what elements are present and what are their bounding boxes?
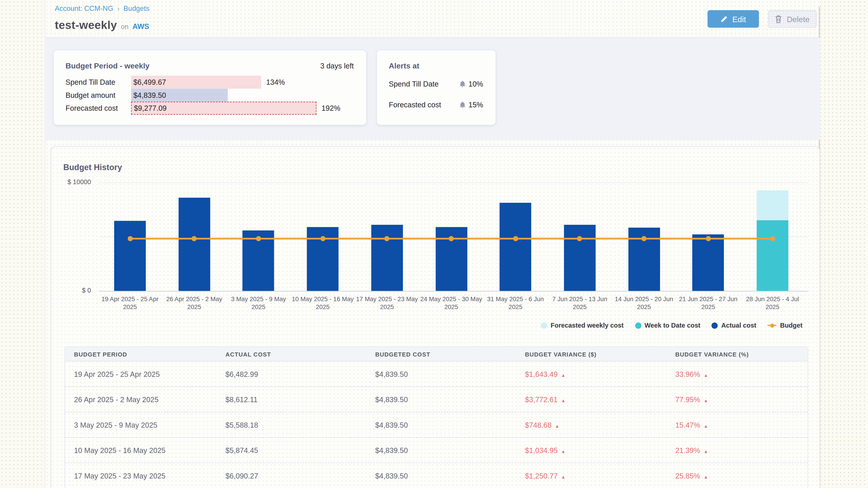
actual-cost-bar[interactable] [500, 202, 531, 291]
table-column-header: BUDGET PERIOD [65, 350, 217, 357]
table-column-header: BUDGET VARIANCE (%) [666, 350, 809, 357]
variance-up-arrow-icon: ▲ [704, 449, 708, 454]
budget-period-row-label: Budget amount [66, 91, 115, 100]
trash-icon [775, 15, 782, 23]
budget-line-point[interactable] [256, 236, 261, 241]
cell-budget-variance-pct: 33.96%▲ [666, 369, 809, 378]
legend-label: Actual cost [721, 322, 756, 329]
actual-cost-bar[interactable] [371, 225, 403, 291]
breadcrumb-budgets-link[interactable]: Budgets [123, 4, 149, 12]
legend-label: Budget [780, 322, 802, 329]
table-column-header: BUDGETED COST [366, 350, 516, 357]
table-header-row: BUDGET PERIODACTUAL COSTBUDGETED COSTBUD… [65, 347, 808, 361]
y-axis-label-zero: $ 0 [56, 287, 91, 294]
budget-period-row-value: $4,839.50 [131, 91, 166, 100]
cell-budget-variance-usd: $3,772.61▲ [516, 395, 666, 404]
x-axis-label: 31 May 2025 - 6 Jun 2025 [482, 295, 549, 311]
title-row: test-weekly on AWS [55, 19, 149, 32]
page: Account: CCM-NG › Budgets test-weekly on… [0, 0, 868, 488]
budget-line-legend-icon [768, 325, 777, 326]
x-axis-label: 7 Jun 2025 - 13 Jun 2025 [546, 295, 613, 311]
budget-line-point[interactable] [449, 236, 454, 241]
y-axis-label-max: $ 10000 [56, 178, 91, 185]
alerts-card: Alerts at Spend Till Date10%Forecasted c… [376, 50, 496, 125]
cell-budgeted-cost: $4,839.50 [366, 472, 516, 480]
budget-period-row-bar: $9,277.09 [131, 102, 316, 115]
alert-row: Forecasted cost15% [389, 101, 483, 109]
table-row: 17 May 2025 - 23 May 2025$6,090.27$4,839… [65, 463, 808, 488]
cell-budget-variance-usd: $1,250.77▲ [516, 472, 666, 480]
x-axis-line [99, 291, 808, 292]
alert-threshold-value: 15% [468, 101, 483, 109]
chart-legend: Forecasted weekly costWeek to Date costA… [541, 322, 802, 329]
x-axis-label: 24 May 2025 - 30 May 2025 [418, 295, 485, 311]
content-panel: Account: CCM-NG › Budgets test-weekly on… [45, 0, 820, 488]
x-axis-label: 10 May 2025 - 16 May 2025 [289, 295, 356, 311]
budget-period-row-label: Spend Till Date [66, 78, 115, 87]
legend-dot-icon [712, 322, 718, 328]
bell-icon [459, 80, 466, 87]
budget-period-row-value: $6,499.67 [131, 78, 166, 87]
alerts-card-title: Alerts at [389, 62, 419, 70]
actual-cost-bar[interactable] [114, 221, 146, 291]
cell-budget-period: 10 May 2025 - 16 May 2025 [65, 446, 217, 455]
budget-period-card-title: Budget Period - weekly [66, 62, 149, 70]
cell-budgeted-cost: $4,839.50 [366, 446, 516, 455]
cell-budget-period: 17 May 2025 - 23 May 2025 [65, 472, 217, 480]
budget-period-row-bar: $6,499.67 [131, 76, 261, 89]
table-row: 26 Apr 2025 - 2 May 2025$8,612.11$4,839.… [65, 387, 808, 413]
cell-budget-period: 26 Apr 2025 - 2 May 2025 [65, 395, 217, 404]
variance-up-arrow-icon: ▲ [561, 372, 565, 378]
x-axis-label: 14 Jun 2025 - 20 Jun 2025 [611, 295, 677, 311]
cell-budgeted-cost: $4,839.50 [366, 395, 516, 404]
budget-period-row-label: Forecasted cost [66, 104, 118, 112]
cell-actual-cost: $6,482.99 [217, 369, 366, 378]
cell-budget-variance-pct: 15.47%▲ [666, 420, 809, 429]
actual-cost-bar[interactable] [564, 225, 596, 291]
legend-label: Forecasted weekly cost [551, 322, 624, 329]
gridline-10000 [99, 183, 808, 183]
cell-actual-cost: $5,588.18 [217, 420, 366, 429]
pencil-icon [720, 15, 728, 23]
cell-actual-cost: $6,090.27 [217, 472, 366, 480]
alert-row: Spend Till Date10% [389, 80, 483, 88]
variance-up-arrow-icon: ▲ [561, 449, 565, 454]
cell-budgeted-cost: $4,839.50 [366, 369, 516, 378]
budget-history-card: Budget History $ 10000$ 019 Apr 2025 - 2… [51, 147, 820, 488]
x-axis-label: 26 Apr 2025 - 2 May 2025 [161, 295, 228, 311]
cell-budget-variance-usd: $1,643.49▲ [516, 369, 666, 378]
variance-up-arrow-icon: ▲ [704, 398, 708, 403]
legend-item[interactable]: Budget [768, 322, 802, 329]
cell-budget-variance-pct: 77.95%▲ [666, 395, 809, 404]
x-axis-label: 17 May 2025 - 23 May 2025 [353, 295, 420, 311]
budget-period-row: Spend Till Date$6,499.67134% [54, 76, 366, 89]
legend-dot-icon [635, 322, 641, 328]
budget-line-point[interactable] [513, 236, 518, 241]
variance-up-arrow-icon: ▲ [555, 423, 559, 429]
cell-actual-cost: $8,612.11 [217, 395, 366, 404]
page-title: test-weekly [55, 19, 117, 32]
actual-cost-bar[interactable] [178, 197, 210, 291]
delete-button[interactable]: Delete [768, 10, 817, 28]
budget-history-title: Budget History [63, 163, 122, 172]
budget-period-row-percent: 192% [322, 104, 340, 112]
alert-row-label: Forecasted cost [389, 101, 441, 109]
cell-budget-variance-pct: 21.39%▲ [666, 446, 809, 455]
edit-button[interactable]: Edit [708, 10, 759, 28]
budget-line-point[interactable] [320, 236, 325, 241]
budget-history-table: BUDGET PERIODACTUAL COSTBUDGETED COSTBUD… [64, 346, 808, 488]
actual-cost-bar[interactable] [692, 234, 724, 291]
breadcrumb-account-link[interactable]: Account: CCM-NG [55, 4, 114, 12]
variance-up-arrow-icon: ▲ [704, 423, 708, 429]
table-column-header: BUDGET VARIANCE ($) [516, 350, 666, 357]
week-to-date-cost-bar[interactable] [757, 221, 788, 291]
legend-item[interactable]: Forecasted weekly cost [541, 322, 624, 329]
legend-item[interactable]: Actual cost [712, 322, 756, 329]
table-column-header: ACTUAL COST [217, 350, 366, 357]
breadcrumb: Account: CCM-NG › Budgets [55, 4, 149, 12]
cell-budget-period: 3 May 2025 - 9 May 2025 [65, 420, 217, 429]
legend-item[interactable]: Week to Date cost [635, 322, 701, 329]
cell-actual-cost: $5,874.45 [217, 446, 366, 455]
budget-period-rows: Spend Till Date$6,499.67134%Budget amoun… [54, 76, 366, 115]
budget-line-point[interactable] [706, 236, 711, 241]
